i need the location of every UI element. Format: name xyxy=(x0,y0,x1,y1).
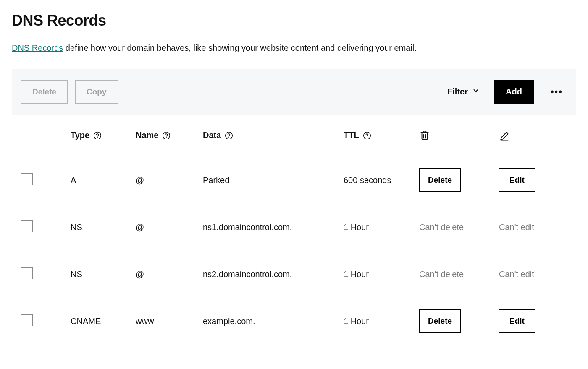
row-edit-disabled-label: Can't edit xyxy=(499,222,534,232)
cell-name: @ xyxy=(136,204,203,251)
table-row: NS@ns1.domaincontrol.com.1 HourCan't del… xyxy=(12,204,576,251)
cell-type: CNAME xyxy=(71,298,136,345)
row-checkbox[interactable] xyxy=(21,267,33,279)
column-header-type-label: Type xyxy=(71,131,89,140)
row-checkbox[interactable] xyxy=(21,314,33,326)
table-row: NS@ns2.domaincontrol.com.1 HourCan't del… xyxy=(12,251,576,298)
toolbar: Delete Copy Filter Add ••• xyxy=(12,69,576,115)
row-edit-button[interactable]: Edit xyxy=(499,309,535,333)
cell-type: A xyxy=(71,157,136,204)
svg-point-3 xyxy=(166,137,167,138)
pencil-icon xyxy=(499,130,576,141)
cell-name: @ xyxy=(136,157,203,204)
cell-ttl: 1 Hour xyxy=(344,298,419,345)
chevron-down-icon xyxy=(472,87,480,97)
bulk-copy-button[interactable]: Copy xyxy=(75,80,118,104)
help-icon[interactable] xyxy=(93,131,102,140)
more-menu-icon[interactable]: ••• xyxy=(548,86,565,97)
row-checkbox[interactable] xyxy=(21,173,33,185)
column-header-type: Type xyxy=(71,115,136,157)
page-title: DNS Records xyxy=(12,12,576,29)
row-edit-disabled-label: Can't edit xyxy=(499,270,534,279)
cell-data: ns1.domaincontrol.com. xyxy=(203,204,344,251)
cell-data: example.com. xyxy=(203,298,344,345)
cell-ttl: 1 Hour xyxy=(344,204,419,251)
table-row: CNAMEwwwexample.com.1 HourDeleteEdit xyxy=(12,298,576,345)
cell-ttl: 600 seconds xyxy=(344,157,419,204)
column-header-ttl-label: TTL xyxy=(344,131,359,140)
help-icon[interactable] xyxy=(224,131,234,140)
column-header-edit xyxy=(499,115,576,157)
svg-point-7 xyxy=(367,137,368,138)
filter-dropdown[interactable]: Filter xyxy=(447,87,480,97)
help-icon[interactable] xyxy=(162,131,171,140)
cell-name: @ xyxy=(136,251,203,298)
add-record-button[interactable]: Add xyxy=(494,80,534,104)
cell-data: ns2.domaincontrol.com. xyxy=(203,251,344,298)
row-delete-disabled-label: Can't delete xyxy=(419,270,464,279)
row-delete-disabled-label: Can't delete xyxy=(419,222,464,232)
cell-type: NS xyxy=(71,204,136,251)
row-delete-button[interactable]: Delete xyxy=(419,309,461,333)
trash-icon xyxy=(419,130,499,141)
column-header-data: Data xyxy=(203,115,344,157)
svg-point-4 xyxy=(226,132,233,139)
column-header-name: Name xyxy=(136,115,203,157)
column-header-delete xyxy=(419,115,499,157)
row-edit-button[interactable]: Edit xyxy=(499,168,535,192)
cell-ttl: 1 Hour xyxy=(344,251,419,298)
svg-point-1 xyxy=(97,137,98,138)
page-description: DNS Records define how your domain behav… xyxy=(12,42,576,54)
column-header-ttl: TTL xyxy=(344,115,419,157)
dns-records-link[interactable]: DNS Records xyxy=(12,43,63,52)
svg-point-5 xyxy=(229,137,230,138)
cell-name: www xyxy=(136,298,203,345)
row-checkbox[interactable] xyxy=(21,220,33,232)
cell-data: Parked xyxy=(203,157,344,204)
dns-records-table: Type Name Data xyxy=(12,115,576,345)
svg-point-2 xyxy=(163,132,170,139)
svg-point-6 xyxy=(363,132,370,139)
row-delete-button[interactable]: Delete xyxy=(419,168,461,192)
column-header-data-label: Data xyxy=(203,131,221,140)
column-header-name-label: Name xyxy=(136,131,158,140)
page-description-rest: define how your domain behaves, like sho… xyxy=(63,43,417,52)
help-icon[interactable] xyxy=(362,131,372,140)
svg-point-0 xyxy=(94,132,101,139)
bulk-delete-button[interactable]: Delete xyxy=(21,80,68,104)
cell-type: NS xyxy=(71,251,136,298)
filter-label: Filter xyxy=(447,87,468,97)
table-row: A@Parked600 secondsDeleteEdit xyxy=(12,157,576,204)
